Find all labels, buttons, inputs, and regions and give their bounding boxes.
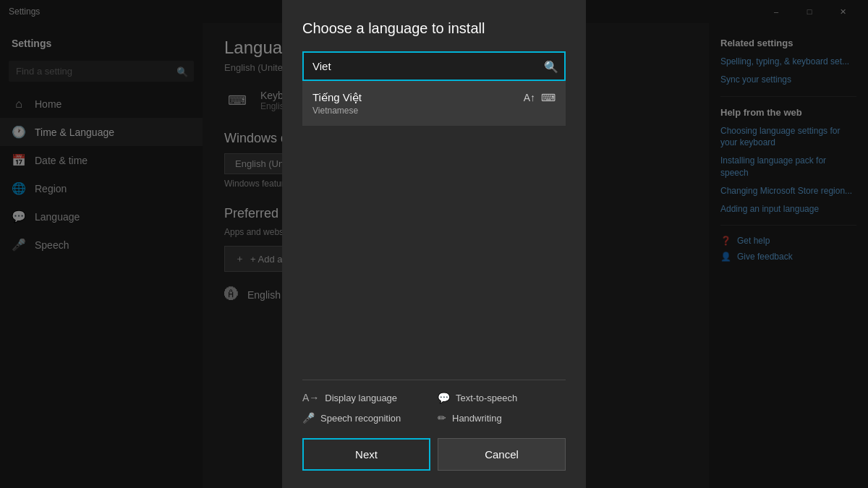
language-result-item[interactable]: Tiếng Việt A↑ ⌨ Vietnamese [302,81,566,126]
feature-text-to-speech-label: Text-to-speech [456,393,517,403]
text-icon: A↑ [524,92,535,103]
language-install-dialog: Choose a language to install 🔍 Tiếng Việ… [282,0,586,488]
text-to-speech-icon: 💬 [438,392,450,403]
language-result-sub: Vietnamese [312,106,556,116]
dialog-search-icon: 🔍 [544,59,558,73]
feature-text-to-speech: 💬 Text-to-speech [438,392,566,403]
dialog-search-wrapper: 🔍 [302,51,566,81]
language-search-input[interactable] [302,51,566,81]
dialog-buttons: Next Cancel [302,438,566,471]
feature-handwriting-label: Handwriting [452,413,502,424]
features-section: A→ Display language 💬 Text-to-speech 🎤 S… [302,380,566,471]
handwriting-icon: ✏ [438,412,446,424]
feature-speech-recognition-label: Speech recognition [320,413,401,424]
dialog-title: Choose a language to install [302,20,566,37]
language-result-row: Tiếng Việt A↑ ⌨ [312,91,556,104]
feature-display-language: A→ Display language [302,392,430,403]
dialog-spacer [302,126,566,380]
language-result-icons: A↑ ⌨ [524,92,556,103]
language-result-name: Tiếng Việt [312,91,362,104]
feature-display-language-label: Display language [325,393,397,403]
speech-recognition-icon: 🎤 [302,412,315,424]
cancel-button[interactable]: Cancel [438,438,566,471]
feature-speech-recognition: 🎤 Speech recognition [302,412,430,424]
features-grid: A→ Display language 💬 Text-to-speech 🎤 S… [302,392,566,424]
next-button[interactable]: Next [302,438,430,471]
keyboard-result-icon: ⌨ [541,92,556,103]
feature-handwriting: ✏ Handwriting [438,412,566,424]
display-language-icon: A→ [302,392,319,403]
